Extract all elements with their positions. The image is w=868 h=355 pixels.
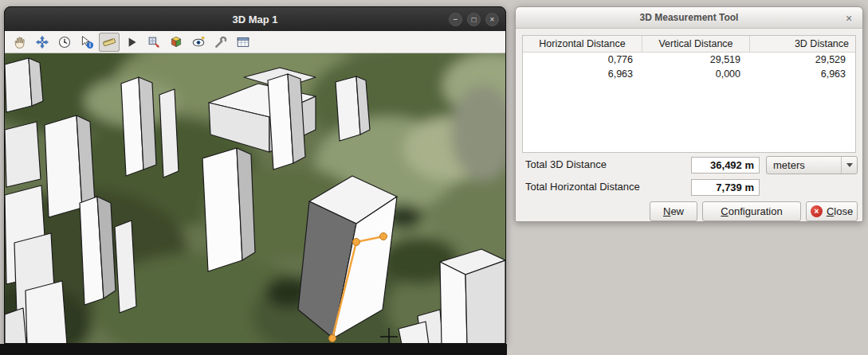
bottom-dark-strip (0, 344, 507, 355)
map-toolbar (5, 31, 505, 53)
table-row[interactable]: 6,963 0,000 6,963 (523, 67, 855, 81)
tool-export-scene[interactable] (143, 33, 164, 52)
dialog-titlebar[interactable]: 3D Measurement Tool × (516, 7, 862, 29)
cell-horizontal: 6,963 (523, 67, 642, 81)
tool-play-animation[interactable] (121, 33, 142, 52)
total-3d-distance-field[interactable]: 36,492 m (691, 157, 760, 174)
cell-vertical: 0,000 (642, 67, 750, 81)
total-horizontal-distance-field[interactable]: 7,739 m (691, 179, 760, 196)
map-titlebar[interactable]: 3D Map 1 − □ × (5, 7, 505, 31)
table-header-row: Horizontal Distance Vertical Distance 3D… (523, 36, 855, 53)
measurement-vertex (380, 233, 387, 240)
dialog-title: 3D Measurement Tool (640, 12, 739, 23)
animation-clock-icon (57, 35, 72, 49)
window-controls: − □ × (449, 7, 499, 31)
tool-camera-view[interactable] (188, 33, 209, 52)
total-horizontal-distance-label: Total Horizontal Distance (525, 181, 640, 193)
total-3d-distance-label: Total 3D Distance (525, 158, 607, 170)
measure-line-icon (102, 35, 116, 49)
identify-icon (80, 35, 94, 49)
col-header-vertical-distance[interactable]: Vertical Distance (642, 36, 750, 52)
unit-select[interactable]: meters (766, 156, 858, 174)
measurement-vertex (329, 335, 336, 342)
tool-debug-console[interactable] (233, 33, 253, 52)
close-red-x-icon: × (811, 205, 823, 217)
camera-control-hand-icon (13, 35, 27, 49)
tool-options[interactable] (210, 33, 231, 52)
measurement-vertex (353, 239, 360, 246)
tool-identify[interactable] (77, 33, 97, 52)
measurement-dialog: 3D Measurement Tool × Horizontal Distanc… (515, 6, 863, 222)
cell-3d: 6,963 (750, 67, 855, 81)
col-header-3d-distance[interactable]: 3D Distance (750, 36, 855, 52)
pan-arrows-icon (35, 35, 49, 49)
configuration-button-label: Configuration (721, 205, 782, 217)
dialog-close-icon[interactable]: × (842, 11, 856, 25)
table-row[interactable]: 0,776 29,519 29,529 (523, 53, 855, 67)
new-button[interactable]: New (650, 201, 697, 221)
tool-pan[interactable] (32, 33, 53, 52)
debug-console-icon (236, 35, 250, 49)
chevron-down-icon (841, 157, 857, 174)
cell-vertical: 29,519 (642, 53, 750, 67)
close-button-label: Close (827, 205, 853, 217)
new-button-label: New (663, 205, 684, 217)
tool-animation-clock[interactable] (54, 33, 75, 52)
3d-scene (5, 53, 505, 344)
tool-camera-control[interactable] (10, 33, 30, 52)
measurements-table: Horizontal Distance Vertical Distance 3D… (522, 35, 856, 153)
tool-3d-effects[interactable] (166, 33, 187, 52)
configuration-button[interactable]: Configuration (702, 201, 801, 221)
tool-measure-line[interactable] (99, 33, 120, 52)
map-window-title: 3D Map 1 (232, 14, 277, 25)
unit-selected-value: meters (773, 159, 805, 171)
minimize-button[interactable]: − (449, 13, 462, 26)
col-header-horizontal-distance[interactable]: Horizontal Distance (523, 36, 642, 52)
3d-effects-cube-icon (169, 35, 183, 49)
camera-view-eye-icon (191, 35, 206, 49)
map-window: 3D Map 1 − □ × (4, 6, 506, 344)
options-wrench-icon (214, 35, 228, 49)
export-scene-icon (147, 35, 161, 49)
close-button[interactable]: × Close (806, 201, 858, 221)
cell-horizontal: 0,776 (523, 53, 642, 67)
close-window-button[interactable]: × (485, 13, 499, 26)
cell-3d: 29,529 (750, 53, 855, 67)
maximize-button[interactable]: □ (467, 13, 481, 26)
play-animation-icon (124, 35, 139, 49)
map-canvas[interactable] (5, 53, 505, 344)
